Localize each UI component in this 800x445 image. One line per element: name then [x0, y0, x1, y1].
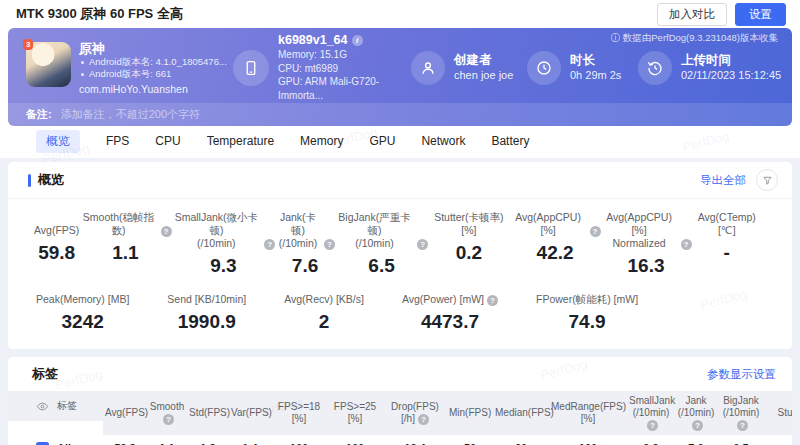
app-version-code: Android版本号: 661 [79, 68, 227, 81]
tab-network[interactable]: Network [421, 134, 465, 148]
column-header: Drop(FPS) [/h]? [383, 391, 447, 435]
metric-peak-memory: Peak(Memory) [MB] 3242 [36, 293, 129, 333]
metric-stutter: Stutter(卡顿率) [%] 0.2 [428, 211, 509, 277]
clock-icon [527, 51, 561, 85]
remark-label: 备注: [26, 108, 52, 120]
overview-section-title: 概览 [38, 171, 700, 189]
duration-value: 0h 29m 2s [570, 68, 621, 83]
upload-time-value: 02/11/2023 15:12:45 [681, 68, 781, 83]
session-banner: ⓘ 数据由PerfDog(9.3.231048)版本收集 3 原神 Androi… [8, 28, 792, 126]
table-cell: 1.4 [229, 435, 271, 445]
duration-block: 时长 0h 29m 2s [527, 51, 638, 85]
device-block: k6989v1_64 i Memory: 15.1G CPU: mt6989 G… [233, 33, 411, 102]
app-version-name: Android版本名: 4.1.0_1805476... [79, 56, 227, 69]
creator-block: 创建者 chen joe joe [411, 51, 527, 85]
column-header: BigJank (/10min)? [717, 391, 765, 435]
column-header: FPS>=25 [%] [327, 391, 383, 435]
table-cell: 59.8 [103, 435, 147, 445]
device-model: k6989v1_64 [278, 33, 348, 48]
table-cell: 100 [549, 435, 627, 445]
help-icon[interactable]: ? [692, 420, 703, 431]
metric-avg-ctemp: Avg(CTemp)[℃] - [692, 211, 762, 277]
column-header: Std(FPS) [187, 391, 229, 435]
table-cell: 100 [271, 435, 327, 445]
remark-bar[interactable]: 备注: 添加备注，不超过200个字符 [8, 103, 792, 126]
metric-avg-fps: Avg(FPS) 59.8 [34, 211, 79, 277]
column-header: Var(FPS) [229, 391, 271, 435]
column-header: SmallJank (/10min)? [627, 391, 675, 435]
help-icon[interactable]: ? [417, 239, 428, 250]
table-cell: 12.4 [383, 435, 447, 445]
tab-gpu[interactable]: GPU [369, 134, 395, 148]
column-header: FPS>=18 [%] [271, 391, 327, 435]
device-info-icon[interactable]: i [352, 35, 363, 46]
upload-time-label: 上传时间 [681, 52, 781, 68]
tab-temperature[interactable]: Temperature [207, 134, 274, 148]
help-icon[interactable]: ? [324, 239, 335, 250]
column-header: Median(FPS) [493, 391, 549, 435]
app-package: com.miHoYo.Yuanshen [79, 83, 227, 95]
column-header: Min(FPS) [447, 391, 493, 435]
device-gpu: GPU: ARM Mali-G720-Immorta... [278, 75, 411, 102]
column-header: 标签 [57, 400, 77, 412]
person-icon [411, 51, 445, 85]
column-header: Smooth? [147, 391, 187, 435]
metrics-row-1: Avg(FPS) 59.8 Smooth(稳帧指数)? 1.1 SmallJan… [8, 199, 792, 277]
creator-value: chen joe joe [454, 68, 513, 83]
tab-overview[interactable]: 概览 [36, 130, 80, 153]
tab-cpu[interactable]: CPU [155, 134, 180, 148]
help-icon[interactable]: ? [681, 239, 692, 250]
help-icon[interactable]: ? [418, 414, 429, 425]
help-icon[interactable]: ? [163, 414, 174, 425]
metric-avg-appcpu: Avg(AppCPU) [%]? 42.2 [510, 211, 601, 277]
history-clock-icon [638, 51, 672, 85]
table-cell: 1.2 [187, 435, 229, 445]
compare-button[interactable]: 加入对比 [657, 3, 727, 26]
help-icon[interactable]: ? [161, 226, 172, 237]
tab-memory[interactable]: Memory [300, 134, 343, 148]
table-row-all: ✓ All 59.8 1.1 1.2 1.4 100 100 12.4 50 [8, 435, 792, 445]
overview-card: 概览 导出全部 Avg(FPS) 59.8 Smooth(稳帧指数)? 1.1 [8, 162, 792, 349]
table-cell: 100 [327, 435, 383, 445]
help-icon[interactable]: ? [647, 420, 658, 431]
filter-button[interactable] [756, 169, 778, 191]
settings-button[interactable]: 设置 [735, 3, 786, 26]
table-cell [765, 435, 792, 445]
remark-placeholder: 添加备注，不超过200个字符 [61, 108, 200, 120]
creator-label: 创建者 [454, 52, 513, 68]
eye-icon[interactable] [36, 400, 49, 413]
param-display-settings-link[interactable]: 参数显示设置 [707, 367, 776, 382]
table-cell: 9.3 [627, 435, 675, 445]
help-icon[interactable]: ? [590, 226, 601, 237]
metric-bigjank: BigJank(严重卡顿) (/10min)? 6.5 [335, 211, 428, 277]
device-cpu: CPU: mt6989 [278, 62, 411, 76]
tags-section-title: 标签 [32, 365, 707, 383]
metrics-row-2: Peak(Memory) [MB] 3242 Send [KB/10min] 1… [8, 277, 792, 349]
column-header: MedRange(FPS)[%] [549, 391, 627, 435]
metric-smooth: Smooth(稳帧指数)? 1.1 [79, 211, 171, 277]
table-header-row: 标签 Avg(FPS) Smooth? Std(FPS) Var(FPS) FP… [8, 391, 792, 435]
column-header: Jank (/10min)? [675, 391, 717, 435]
tab-battery[interactable]: Battery [491, 134, 529, 148]
export-all-link[interactable]: 导出全部 [700, 173, 746, 188]
top-section: MTK 9300 原神 60 FPS 全高 加入对比 设置 ⓘ 数据由PerfD… [0, 0, 800, 158]
metric-fpower: FPower(帧能耗) [mW] 74.9 [536, 293, 638, 333]
upload-time-block: 上传时间 02/11/2023 15:12:45 [638, 51, 782, 85]
help-icon[interactable]: ? [264, 239, 275, 250]
tab-fps[interactable]: FPS [106, 134, 129, 148]
app-icon: 3 [26, 42, 71, 87]
metric-avg-recv: Avg(Recv) [KB/s] 2 [284, 293, 364, 333]
help-icon[interactable]: ? [737, 420, 748, 431]
row-checkbox[interactable]: ✓ [36, 442, 49, 445]
app-block: 3 原神 Android版本名: 4.1.0_1805476... Androi… [26, 41, 233, 95]
nav-tabs: 概览 FPS CPU Temperature Memory GPU Networ… [0, 126, 800, 156]
topbar: MTK 9300 原神 60 FPS 全高 加入对比 设置 [0, 0, 800, 28]
app-badge: 3 [23, 39, 33, 50]
phone-icon [233, 50, 269, 86]
table-cell: 50 [447, 435, 493, 445]
tags-table: 标签 Avg(FPS) Smooth? Std(FPS) Var(FPS) FP… [8, 391, 792, 445]
metric-avg-appcpu-normalized: Avg(AppCPU) [%] Normalized? 16.3 [601, 211, 692, 277]
help-icon[interactable]: ? [487, 295, 498, 306]
metric-jank: Jank(卡顿) (/10min)? 7.6 [275, 211, 335, 277]
duration-label: 时长 [570, 52, 621, 68]
